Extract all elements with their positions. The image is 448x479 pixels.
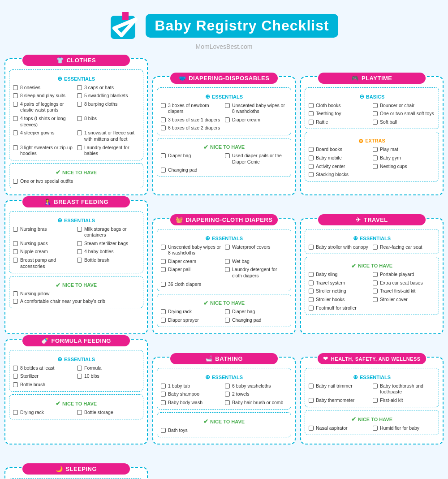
diap-disp-essentials-box: ⊕ ESSENTIALS 3 boxes of newborn diapers … xyxy=(157,87,291,135)
checkbox[interactable] xyxy=(13,102,18,107)
checkbox[interactable] xyxy=(161,392,166,397)
checkbox[interactable] xyxy=(225,392,230,397)
checkbox[interactable] xyxy=(77,249,82,254)
checkbox[interactable] xyxy=(309,147,314,152)
checkbox[interactable] xyxy=(13,374,18,379)
checkbox[interactable] xyxy=(225,259,230,264)
checkbox[interactable] xyxy=(13,366,18,371)
ff-essentials-box: ⊕ ESSENTIALS 8 bottles at least Formula … xyxy=(9,350,143,392)
list-item: Nursing pillow xyxy=(13,290,139,298)
checkbox[interactable] xyxy=(77,130,82,135)
checkbox[interactable] xyxy=(373,111,378,116)
checkbox[interactable] xyxy=(225,318,230,323)
checkbox[interactable] xyxy=(373,289,378,293)
checkbox[interactable] xyxy=(225,384,230,388)
list-item: 6 boxes of size 2 diapers xyxy=(161,125,223,132)
checkbox[interactable] xyxy=(161,103,166,108)
checkbox[interactable] xyxy=(161,117,166,122)
checkbox[interactable] xyxy=(161,309,166,314)
list-item: Baby shampoo xyxy=(161,391,223,398)
checkbox[interactable] xyxy=(77,145,82,150)
checkbox[interactable] xyxy=(13,85,18,90)
checkbox[interactable] xyxy=(161,245,166,250)
checkbox[interactable] xyxy=(373,398,378,403)
travel-essentials-box: ⊕ ESSENTIALS Baby stroller with canopy R… xyxy=(305,229,439,254)
checkbox[interactable] xyxy=(225,153,230,158)
checkbox[interactable] xyxy=(77,93,82,98)
checkbox[interactable] xyxy=(309,172,314,177)
checkbox[interactable] xyxy=(13,299,18,304)
checkbox[interactable] xyxy=(161,153,166,158)
checkbox[interactable] xyxy=(13,93,18,98)
checkbox[interactable] xyxy=(77,85,82,90)
checkbox[interactable] xyxy=(373,103,378,108)
checkbox[interactable] xyxy=(161,125,166,130)
checkbox[interactable] xyxy=(13,249,18,254)
bf-nice-list: Nursing pillow A comfortable chair near … xyxy=(13,290,139,305)
checkbox[interactable] xyxy=(309,155,314,160)
checkbox[interactable] xyxy=(161,259,166,264)
checkbox[interactable] xyxy=(225,117,230,122)
checkbox[interactable] xyxy=(309,111,314,116)
checkbox[interactable] xyxy=(77,227,82,232)
checkbox[interactable] xyxy=(13,179,18,184)
list-item: Laundry detergent for babies xyxy=(77,144,139,157)
checkbox[interactable] xyxy=(161,282,166,287)
list-item: Baby toothbrush and toothpaste xyxy=(373,382,435,396)
checkbox[interactable] xyxy=(77,258,82,263)
checkbox[interactable] xyxy=(373,384,378,388)
checkbox[interactable] xyxy=(13,291,18,296)
checkbox[interactable] xyxy=(161,168,166,173)
checkbox[interactable] xyxy=(309,280,314,285)
checkbox[interactable] xyxy=(13,145,18,150)
list-item: 4 sleeper gowns xyxy=(13,129,75,143)
checkbox[interactable] xyxy=(13,130,18,135)
checkbox[interactable] xyxy=(373,297,378,302)
checkbox[interactable] xyxy=(161,318,166,323)
checkbox[interactable] xyxy=(373,245,378,250)
checkbox[interactable] xyxy=(373,280,378,285)
checkbox[interactable] xyxy=(309,245,314,250)
checkbox[interactable] xyxy=(309,120,314,125)
dc-nice-box: ✔ NICE TO HAVE Drying rack Diaper bag Di… xyxy=(157,294,291,327)
checkbox[interactable] xyxy=(373,426,378,431)
checkbox[interactable] xyxy=(77,241,82,246)
checkbox[interactable] xyxy=(13,241,18,246)
checkbox[interactable] xyxy=(309,384,314,388)
checkbox[interactable] xyxy=(373,120,378,125)
checkbox[interactable] xyxy=(373,155,378,160)
checkbox[interactable] xyxy=(225,245,230,250)
checkbox[interactable] xyxy=(225,400,230,405)
checkbox[interactable] xyxy=(161,267,166,272)
checkbox[interactable] xyxy=(309,103,314,108)
checkbox[interactable] xyxy=(373,272,378,277)
checkbox[interactable] xyxy=(77,410,82,415)
checkbox[interactable] xyxy=(13,382,18,387)
checkbox[interactable] xyxy=(77,102,82,107)
checkbox[interactable] xyxy=(77,374,82,379)
checkbox[interactable] xyxy=(309,426,314,431)
checkbox[interactable] xyxy=(225,103,230,108)
checkbox[interactable] xyxy=(373,164,378,169)
checkbox[interactable] xyxy=(13,116,18,121)
checkbox[interactable] xyxy=(161,400,166,405)
checkbox[interactable] xyxy=(309,289,314,293)
checkbox[interactable] xyxy=(13,410,18,415)
checkbox[interactable] xyxy=(161,384,166,388)
checkbox[interactable] xyxy=(225,267,230,272)
checkbox[interactable] xyxy=(309,297,314,302)
checkbox[interactable] xyxy=(13,227,18,232)
checkbox[interactable] xyxy=(77,366,82,371)
bath-icon xyxy=(205,355,213,362)
checkbox[interactable] xyxy=(225,309,230,314)
checkbox[interactable] xyxy=(13,258,18,263)
checkbox[interactable] xyxy=(309,272,314,277)
checkbox[interactable] xyxy=(373,147,378,152)
check-icon: ✔ xyxy=(56,169,60,176)
checkbox[interactable] xyxy=(309,398,314,403)
checkbox[interactable] xyxy=(309,164,314,169)
checkbox[interactable] xyxy=(161,428,166,433)
checkbox[interactable] xyxy=(309,306,314,311)
checkbox[interactable] xyxy=(77,116,82,121)
health-essentials-box: ⊕ ESSENTIALS Baby nail trimmer Baby toot… xyxy=(305,368,439,407)
